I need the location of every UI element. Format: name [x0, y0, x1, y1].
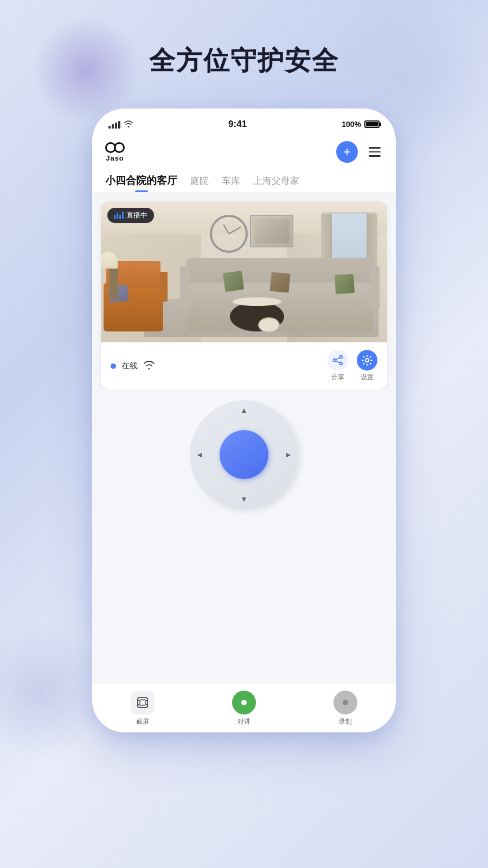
- signal-bar-2: [112, 124, 114, 129]
- add-icon: +: [343, 144, 351, 159]
- lamp-pole: [110, 266, 118, 299]
- battery-fill: [366, 122, 378, 126]
- status-time: 9:41: [228, 119, 247, 130]
- settings-label: 设置: [361, 373, 374, 382]
- sofa-cushion-1: [223, 271, 245, 292]
- svg-line-4: [336, 361, 339, 363]
- table-top: [233, 297, 281, 306]
- tab-navigation: 小四合院的客厅 庭院 车库 上海父母家: [92, 168, 396, 193]
- clock-hour-hand: [223, 224, 229, 234]
- share-label: 分享: [331, 373, 344, 382]
- control-area: ▲ ▼ ◄ ►: [101, 390, 387, 514]
- svg-point-5: [365, 359, 369, 362]
- svg-line-3: [336, 358, 339, 360]
- logo-icon: [105, 142, 125, 153]
- signal-bar-4: [118, 121, 120, 129]
- signal-bar-3: [115, 123, 117, 129]
- live-text: 直播中: [126, 210, 147, 220]
- app-header: Jaso +: [92, 136, 396, 168]
- battery-percent: 100%: [342, 120, 361, 129]
- share-button[interactable]: 分享: [328, 350, 348, 382]
- screenshot-label: 截屏: [136, 717, 149, 726]
- chair-arm: [160, 272, 168, 302]
- live-badge: 直播中: [107, 208, 154, 223]
- battery-icon: [364, 120, 380, 128]
- add-button[interactable]: +: [336, 141, 358, 163]
- d-pad-up[interactable]: ▲: [239, 405, 249, 416]
- tab-living-room[interactable]: 小四合院的客厅: [105, 168, 177, 192]
- wifi-status-icon: [143, 360, 155, 372]
- svg-rect-6: [138, 698, 147, 707]
- lamp-shade: [101, 252, 118, 269]
- tab-garage[interactable]: 车库: [222, 169, 240, 192]
- settings-icon: [362, 355, 373, 366]
- camera-view[interactable]: 直播中: [101, 201, 387, 342]
- logo-area: Jaso: [105, 142, 125, 162]
- logo-text: Jaso: [106, 154, 124, 162]
- status-left-area: 在线: [111, 360, 155, 372]
- page-title: 全方位守护安全: [0, 43, 488, 78]
- menu-line-3: [369, 155, 381, 157]
- svg-point-1: [333, 359, 336, 362]
- live-icon: [114, 212, 124, 219]
- phone-frame: 9:41 100% Jaso +: [92, 108, 396, 732]
- intercom-button[interactable]: 对讲: [232, 691, 256, 726]
- main-content: 直播中 在线: [92, 193, 396, 523]
- intercom-label: 对讲: [237, 717, 251, 726]
- menu-line-1: [369, 147, 381, 149]
- status-bar: 9:41 100%: [92, 108, 396, 136]
- sofa-arm-right: [370, 266, 380, 310]
- camera-card: 直播中 在线: [101, 201, 387, 390]
- screenshot-icon: [131, 691, 155, 714]
- settings-icon-bg: [357, 350, 377, 371]
- d-pad-down[interactable]: ▼: [239, 494, 249, 505]
- svg-point-13: [343, 700, 348, 705]
- svg-point-2: [340, 362, 343, 365]
- online-text: 在线: [121, 361, 138, 371]
- menu-line-2: [369, 151, 381, 153]
- signal-bar-1: [108, 126, 111, 129]
- svg-point-0: [340, 356, 343, 359]
- record-label: 录制: [339, 717, 352, 726]
- tab-parents-home[interactable]: 上海父母家: [253, 169, 299, 192]
- menu-button[interactable]: [367, 145, 383, 159]
- d-pad-right[interactable]: ►: [283, 449, 294, 460]
- wifi-icon: [124, 120, 133, 129]
- record-icon: [333, 691, 357, 714]
- status-right: 100%: [342, 120, 380, 129]
- wall-art: [250, 215, 293, 247]
- share-icon: [332, 355, 343, 366]
- status-actions: 分享 设置: [328, 350, 377, 382]
- d-pad: ▲ ▼ ◄ ►: [190, 400, 298, 509]
- logo-circle-right: [114, 142, 125, 153]
- d-pad-left[interactable]: ◄: [194, 449, 205, 460]
- sofa-cushion-3: [335, 274, 355, 294]
- intercom-icon: [232, 691, 256, 714]
- sofa-cushion-2: [269, 272, 290, 293]
- svg-rect-7: [140, 700, 145, 705]
- screenshot-button[interactable]: 截屏: [131, 691, 155, 726]
- d-pad-ring: ▲ ▼ ◄ ►: [190, 400, 298, 509]
- settings-button[interactable]: 设置: [357, 350, 377, 382]
- wall-clock: [210, 215, 248, 253]
- camera-status-row: 在线: [101, 342, 387, 390]
- header-right: +: [336, 141, 383, 163]
- record-button[interactable]: 录制: [333, 691, 357, 726]
- sofa-arm-left: [180, 266, 190, 310]
- clock-minute-hand: [228, 226, 241, 234]
- bottom-toolbar: 截屏 对讲 录制: [92, 684, 396, 732]
- online-dot: [111, 363, 116, 369]
- tab-courtyard[interactable]: 庭院: [190, 169, 209, 192]
- share-icon-bg: [328, 350, 348, 371]
- phone-inner: 9:41 100% Jaso +: [92, 108, 396, 732]
- signal-icon: [108, 120, 120, 129]
- status-left: [108, 120, 133, 129]
- d-pad-center[interactable]: [220, 430, 268, 479]
